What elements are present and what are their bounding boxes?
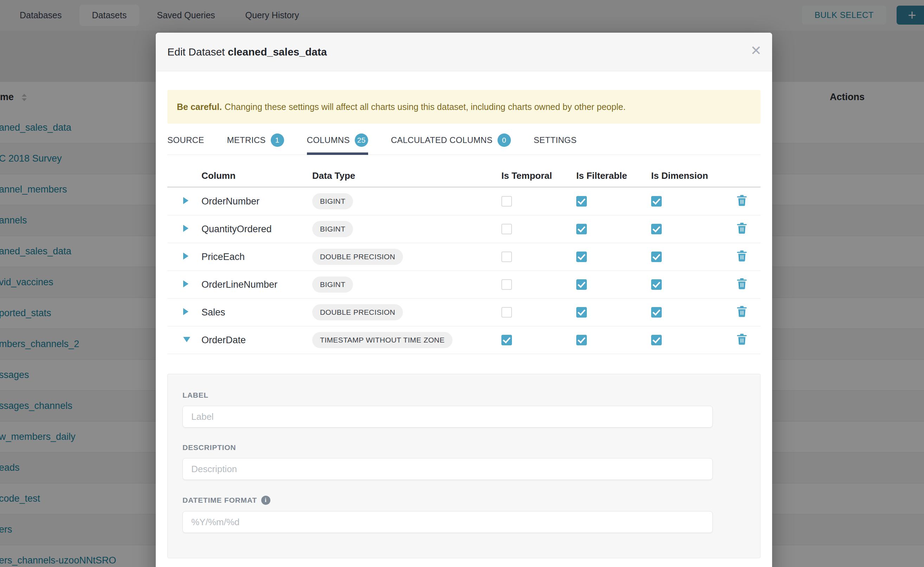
is-dimension-checkbox[interactable]: [651, 307, 662, 318]
warning-banner-bold: Be careful.: [177, 102, 222, 112]
column-name: Sales: [202, 307, 226, 318]
data-type-pill: TIMESTAMP WITHOUT TIME ZONE: [312, 332, 453, 348]
delete-column-icon[interactable]: [737, 312, 747, 318]
caret-right-icon[interactable]: [183, 197, 188, 204]
column-detail-panel: LABEL DESCRIPTION DATETIME FORMAT i: [167, 374, 760, 558]
column-name: OrderNumber: [202, 196, 259, 207]
edit-dataset-modal: Edit Dataset cleaned_sales_data ✕ Be car…: [156, 33, 772, 567]
columns-table-header: ColumnData TypeIs TemporalIs FilterableI…: [167, 165, 760, 188]
tab-columns[interactable]: COLUMNS25: [307, 134, 368, 154]
is-dimension-checkbox[interactable]: [651, 279, 662, 290]
column-name: OrderLineNumber: [202, 279, 277, 290]
modal-title-dataset-name: cleaned_sales_data: [228, 46, 327, 58]
close-icon[interactable]: ✕: [750, 44, 761, 57]
is-filterable-checkbox[interactable]: [576, 196, 587, 207]
warning-banner: Be careful. Changing these settings will…: [167, 90, 760, 124]
column-name: PriceEach: [202, 252, 245, 262]
tab-label: SOURCE: [167, 135, 204, 145]
tab-label: CALCULATED COLUMNS: [391, 135, 493, 145]
is-temporal-checkbox[interactable]: [501, 279, 512, 290]
tab-source[interactable]: SOURCE: [167, 134, 204, 154]
column-header-is-dimension: Is Dimension: [651, 170, 737, 181]
is-temporal-checkbox[interactable]: [501, 252, 512, 262]
tab-count-badge: 0: [498, 134, 511, 147]
column-row-orderlinenumber: OrderLineNumberBIGINT: [167, 271, 760, 298]
caret-right-icon[interactable]: [183, 308, 188, 315]
label-input[interactable]: [182, 406, 713, 428]
is-filterable-checkbox[interactable]: [576, 335, 587, 345]
delete-column-icon[interactable]: [737, 285, 747, 291]
column-row-orderdate: OrderDateTIMESTAMP WITHOUT TIME ZONE: [167, 326, 760, 354]
label-field-label: LABEL: [182, 391, 745, 399]
tab-count-badge: 25: [355, 134, 368, 147]
data-type-pill: BIGINT: [312, 221, 353, 237]
caret-right-icon[interactable]: [183, 280, 188, 287]
datetime-format-input[interactable]: [182, 511, 713, 533]
is-temporal-checkbox[interactable]: [501, 307, 512, 318]
column-header-is-temporal: Is Temporal: [501, 170, 576, 181]
delete-column-icon[interactable]: [737, 340, 747, 346]
is-dimension-checkbox[interactable]: [651, 335, 662, 345]
data-type-pill: BIGINT: [312, 276, 353, 292]
delete-column-icon[interactable]: [737, 201, 747, 207]
tab-label: SETTINGS: [534, 135, 576, 145]
modal-title-prefix: Edit Dataset: [167, 46, 225, 58]
modal-title: Edit Dataset cleaned_sales_data: [167, 46, 327, 58]
columns-table: ColumnData TypeIs TemporalIs FilterableI…: [167, 165, 760, 354]
column-name: QuantityOrdered: [202, 224, 272, 234]
modal-tabs: SOURCEMETRICS1COLUMNS25CALCULATED COLUMN…: [167, 134, 760, 155]
columns-table-rows: OrderNumberBIGINTQuantityOrderedBIGINTPr…: [167, 188, 760, 354]
column-row-priceeach: PriceEachDOUBLE PRECISION: [167, 243, 760, 271]
caret-right-icon[interactable]: [183, 225, 188, 232]
is-filterable-checkbox[interactable]: [576, 224, 587, 234]
caret-right-icon[interactable]: [183, 253, 188, 260]
warning-banner-text: Changing these settings will affect all …: [225, 102, 626, 112]
tab-label: COLUMNS: [307, 135, 350, 145]
is-temporal-checkbox[interactable]: [501, 335, 512, 345]
column-header-data-type: Data Type: [312, 170, 501, 181]
is-filterable-checkbox[interactable]: [576, 252, 587, 262]
column-row-sales: SalesDOUBLE PRECISION: [167, 298, 760, 326]
tab-calculated-columns[interactable]: CALCULATED COLUMNS0: [391, 134, 511, 154]
description-input[interactable]: [182, 458, 713, 480]
modal-body: Be careful. Changing these settings will…: [156, 90, 772, 558]
data-type-pill: DOUBLE PRECISION: [312, 304, 403, 320]
is-dimension-checkbox[interactable]: [651, 224, 662, 234]
datetime-format-label-text: DATETIME FORMAT: [182, 496, 257, 504]
column-header-column: Column: [202, 170, 312, 181]
description-field-label: DESCRIPTION: [182, 443, 745, 452]
data-type-pill: DOUBLE PRECISION: [312, 249, 403, 265]
is-dimension-checkbox[interactable]: [651, 196, 662, 207]
tab-label: METRICS: [227, 135, 265, 145]
tab-count-badge: 1: [271, 134, 284, 147]
tab-settings[interactable]: SETTINGS: [534, 134, 576, 154]
is-filterable-checkbox[interactable]: [576, 307, 587, 318]
tab-metrics[interactable]: METRICS1: [227, 134, 284, 154]
is-temporal-checkbox[interactable]: [501, 224, 512, 234]
is-filterable-checkbox[interactable]: [576, 279, 587, 290]
delete-column-icon[interactable]: [737, 257, 747, 263]
column-name: OrderDate: [202, 335, 246, 345]
is-temporal-checkbox[interactable]: [501, 196, 512, 207]
modal-header: Edit Dataset cleaned_sales_data ✕: [156, 33, 772, 71]
column-row-ordernumber: OrderNumberBIGINT: [167, 188, 760, 215]
datetime-format-field-label: DATETIME FORMAT i: [182, 496, 745, 505]
caret-down-icon[interactable]: [183, 337, 190, 342]
delete-column-icon[interactable]: [737, 229, 747, 235]
info-icon[interactable]: i: [261, 496, 270, 505]
is-dimension-checkbox[interactable]: [651, 252, 662, 262]
column-row-quantityordered: QuantityOrderedBIGINT: [167, 215, 760, 243]
data-type-pill: BIGINT: [312, 193, 353, 209]
column-header-is-filterable: Is Filterable: [576, 170, 651, 181]
